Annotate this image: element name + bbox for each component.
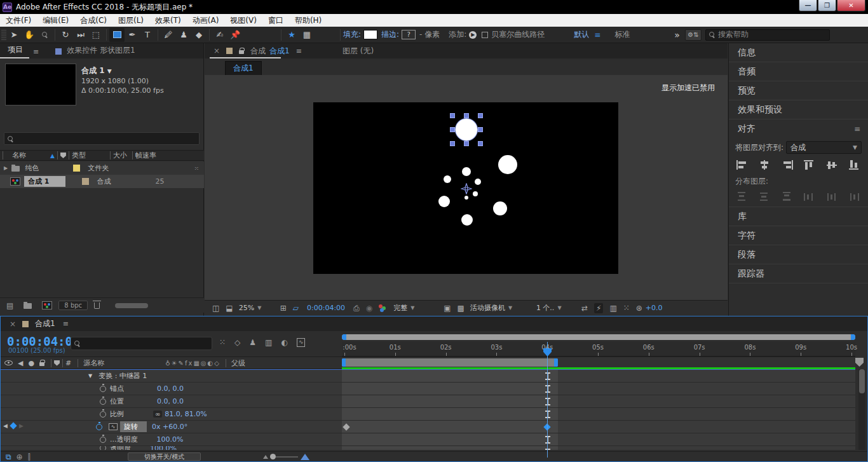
timeline-navigator[interactable] xyxy=(342,334,855,340)
panel-info[interactable]: 信息 xyxy=(729,43,868,62)
timeline-button-icon[interactable]: ▥ xyxy=(609,304,616,313)
camera-dropdown[interactable]: 活动摄像机▼ xyxy=(470,303,531,313)
motion-blur-icon[interactable]: ◐ xyxy=(281,338,287,347)
stopwatch-icon-active[interactable] xyxy=(96,424,102,430)
bit-depth-button[interactable]: 8 bpc xyxy=(58,301,88,310)
selection-handle[interactable] xyxy=(478,113,483,118)
shape-circle[interactable] xyxy=(462,167,471,176)
row-position[interactable]: 位置0.0, 0.0 xyxy=(1,395,855,408)
expand-transfer-controls-icon[interactable]: ⊕ xyxy=(17,452,23,461)
channel-icon[interactable] xyxy=(379,304,388,312)
work-area-bar[interactable] xyxy=(342,358,558,367)
expand-inout-icon[interactable]: ⫿ xyxy=(28,452,31,461)
selection-handle[interactable] xyxy=(478,127,483,132)
distribute-left-icon[interactable] xyxy=(804,192,815,201)
selection-handle[interactable] xyxy=(450,127,455,132)
project-row-solids[interactable]: ▶ 纯色 文件夹 ⁙ xyxy=(0,161,204,175)
label-column-icon[interactable] xyxy=(54,360,60,366)
exposure-reset-icon[interactable]: ⊛ xyxy=(636,304,642,313)
pan-behind-tool[interactable]: ⬚ xyxy=(88,28,104,42)
solo-column-icon[interactable]: ● xyxy=(28,359,34,367)
sort-asc-icon[interactable]: ▲ xyxy=(50,153,55,159)
workspace-standard[interactable]: 标准 xyxy=(614,29,630,40)
selection-handle[interactable] xyxy=(478,141,483,146)
current-time-display[interactable]: 0:00:04:00 xyxy=(7,334,79,348)
row-start-opacity[interactable]: ...透明度100.0% xyxy=(1,433,855,446)
index-column[interactable]: # xyxy=(65,359,71,367)
align-right-icon[interactable] xyxy=(782,160,793,170)
roto-brush-tool[interactable]: ✍ xyxy=(212,28,227,42)
column-fps[interactable]: 帧速率 xyxy=(135,151,156,160)
rotation-label[interactable]: 旋转 xyxy=(120,421,147,432)
eraser-tool[interactable]: ◆ xyxy=(191,28,207,42)
expand-layer-switches-icon[interactable]: ⧉ xyxy=(6,452,11,461)
zoom-out-mountain-icon[interactable] xyxy=(263,455,268,459)
property-value[interactable]: 100.0% xyxy=(157,435,184,444)
switches-column-icons[interactable]: ♁☀✎fx▦◎◐◇ xyxy=(165,360,220,367)
shy-layers-icon[interactable]: ♟ xyxy=(249,338,256,347)
selection-tool[interactable]: ➤ xyxy=(6,28,22,42)
prev-keyframe-icon[interactable]: ◀ xyxy=(3,423,8,429)
workspace-overflow[interactable]: » xyxy=(674,30,680,40)
safe-margins-icon[interactable]: ⊞ xyxy=(280,304,287,313)
label-column-icon[interactable] xyxy=(60,153,66,158)
source-name-column[interactable]: 源名称 xyxy=(83,358,104,368)
timeline-tab-comp1[interactable]: 合成1 xyxy=(35,318,55,329)
lock-column-icon[interactable] xyxy=(39,362,44,366)
rotation-tool[interactable]: ↻ xyxy=(58,28,73,42)
tab-composition-label[interactable]: 合成 xyxy=(250,46,266,57)
workspace-menu-icon[interactable]: ≡ xyxy=(594,31,600,39)
align-left-icon[interactable] xyxy=(736,160,748,170)
mask-visibility-icon[interactable]: ▱ xyxy=(293,304,299,313)
panel-grip[interactable] xyxy=(1,29,6,41)
align-vcenter-icon[interactable] xyxy=(827,160,838,170)
menu-edit[interactable]: 编辑(E) xyxy=(37,15,74,26)
graph-editor-icon[interactable]: ∿ xyxy=(297,338,306,347)
pixel-aspect-icon[interactable]: ⇄ xyxy=(581,304,588,313)
new-comp-icon[interactable] xyxy=(42,301,52,309)
interpret-footage-icon[interactable]: ▤ xyxy=(6,301,13,310)
distribute-vcenter-icon[interactable] xyxy=(759,192,770,201)
shape-circle[interactable] xyxy=(498,155,517,174)
collapse-arrow-icon[interactable]: ▼ xyxy=(88,373,92,379)
minimize-button[interactable]: — xyxy=(799,0,817,11)
property-value[interactable]: 0.0, 0.0 xyxy=(157,397,184,405)
show-snapshot-icon[interactable]: ◉ xyxy=(366,304,372,313)
distribute-top-icon[interactable] xyxy=(736,192,748,201)
toggle-switches-modes-button[interactable]: 切换开关/模式 xyxy=(128,452,201,461)
fast-previews-icon[interactable]: ⚡ xyxy=(594,303,603,313)
zoom-in-mountain-icon[interactable] xyxy=(301,454,309,460)
panel-tracker[interactable]: 跟踪器 xyxy=(729,264,868,283)
expression-graph-icon[interactable]: ∿ xyxy=(109,423,118,430)
timeline-search-box[interactable] xyxy=(71,337,212,350)
always-preview-icon[interactable]: ◫ xyxy=(212,304,219,313)
tab-effect-controls[interactable]: 效果控件 形状图层1 xyxy=(67,45,135,58)
type-tool[interactable]: T xyxy=(140,28,155,42)
composition-canvas[interactable] xyxy=(313,102,618,274)
shape-circle[interactable] xyxy=(493,201,507,215)
menu-file[interactable]: 文件(F) xyxy=(0,15,37,26)
bezier-path-checkbox[interactable] xyxy=(482,32,488,38)
shape-circle[interactable] xyxy=(465,196,468,200)
comp-caret-icon[interactable]: ▼ xyxy=(107,68,112,74)
close-button[interactable]: ✕ xyxy=(837,0,865,11)
tab-layer[interactable]: 图层 (无) xyxy=(342,46,374,57)
menu-composition[interactable]: 合成(C) xyxy=(74,15,112,26)
expand-arrow-icon[interactable]: ▶ xyxy=(4,165,8,171)
keyframe-diamond[interactable] xyxy=(342,423,349,430)
selection-handle[interactable] xyxy=(450,141,455,146)
menu-layer[interactable]: 图层(L) xyxy=(112,15,149,26)
clone-stamp-tool[interactable]: ♟ xyxy=(176,28,191,42)
menu-window[interactable]: 窗口 xyxy=(262,15,289,26)
video-column-icon[interactable] xyxy=(4,360,13,365)
panel-character[interactable]: 字符 xyxy=(729,226,868,245)
column-size[interactable]: 大小 xyxy=(113,151,127,160)
column-name[interactable]: 名称 xyxy=(12,151,26,160)
comp-mini-tab[interactable]: 合成1 xyxy=(225,61,262,76)
transparency-grid-icon[interactable]: ▦ xyxy=(299,28,315,42)
draft-3d-icon[interactable]: ◇ xyxy=(234,338,240,347)
shape-circle-selected[interactable] xyxy=(456,119,477,140)
stopwatch-icon[interactable] xyxy=(100,437,106,443)
menu-help[interactable]: 帮助(H) xyxy=(289,15,327,26)
main-display-icon[interactable]: ⬓ xyxy=(226,304,233,313)
